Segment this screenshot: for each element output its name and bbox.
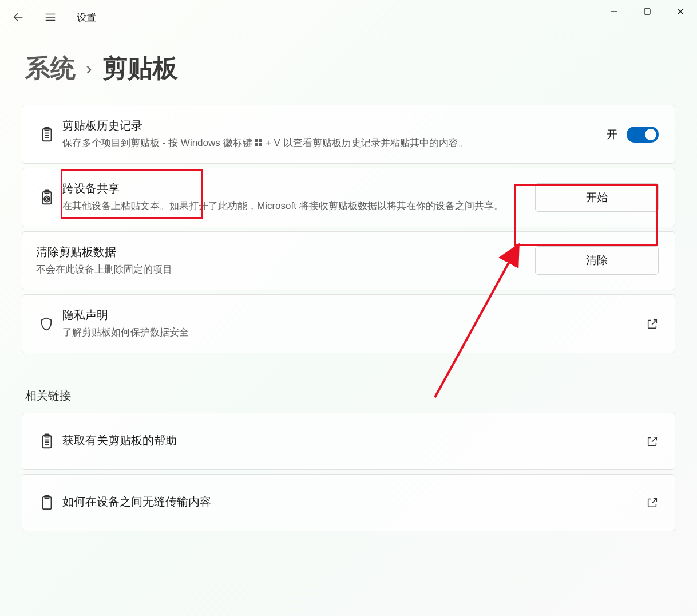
- chevron-right-icon: ›: [86, 58, 92, 79]
- transfer-link-text: 如何在设备之间无缝传输内容: [62, 494, 646, 512]
- clipboard-blank-icon: [38, 494, 62, 511]
- clear-control: 清除: [535, 246, 659, 275]
- clear-clipboard-card: 清除剪贴板数据 不会在此设备上删除固定的项目 清除: [22, 231, 675, 290]
- svg-line-29: [652, 499, 656, 503]
- arrow-left-icon: [12, 11, 25, 23]
- clipboard-sync-icon: [38, 189, 62, 206]
- sync-start-button[interactable]: 开始: [535, 183, 659, 212]
- clear-text: 清除剪贴板数据 不会在此设备上删除固定的项目: [36, 244, 535, 277]
- transfer-link-card[interactable]: 如何在设备之间无缝传输内容: [22, 474, 675, 531]
- sync-control: 开始: [535, 183, 659, 212]
- nav-menu-button[interactable]: [37, 3, 64, 31]
- svg-rect-13: [255, 139, 258, 142]
- maximize-button[interactable]: [631, 0, 664, 23]
- svg-rect-16: [259, 143, 262, 146]
- help-link-title: 获取有关剪贴板的帮助: [62, 433, 638, 448]
- clear-title: 清除剪贴板数据: [36, 244, 527, 260]
- minimize-button[interactable]: [597, 0, 631, 23]
- window-controls: [597, 0, 697, 23]
- privacy-title: 隐私声明: [62, 307, 638, 323]
- svg-rect-14: [259, 139, 262, 142]
- breadcrumb-parent[interactable]: 系统: [25, 52, 76, 85]
- privacy-statement-card[interactable]: 隐私声明 了解剪贴板如何保护数据安全: [22, 294, 675, 353]
- sync-title: 跨设备共享: [62, 181, 527, 196]
- breadcrumb-current: 剪贴板: [102, 52, 178, 85]
- svg-rect-15: [255, 143, 258, 146]
- external-link-icon: [646, 496, 659, 509]
- close-icon: [676, 7, 684, 15]
- external-link-icon: [646, 318, 659, 330]
- content-area: 剪贴板历史记录 保存多个项目到剪贴板 - 按 Windows 徽标键 + V 以…: [0, 105, 697, 531]
- windows-logo-icon: [255, 139, 263, 147]
- clear-button[interactable]: 清除: [535, 246, 659, 275]
- breadcrumb: 系统 › 剪贴板: [0, 34, 697, 105]
- clipboard-history-desc: 保存多个项目到剪贴板 - 按 Windows 徽标键 + V 以查看剪贴板历史记…: [62, 136, 599, 151]
- clipboard-history-title: 剪贴板历史记录: [62, 118, 599, 133]
- privacy-text: 隐私声明 了解剪贴板如何保护数据安全: [62, 307, 646, 340]
- title-bar-left: 设置: [5, 3, 96, 31]
- title-bar: 设置: [0, 0, 697, 34]
- help-link-text: 获取有关剪贴板的帮助: [62, 433, 646, 451]
- svg-rect-5: [644, 9, 650, 14]
- sync-text: 跨设备共享 在其他设备上粘贴文本。如果打开了此功能，Microsoft 将接收剪…: [62, 181, 535, 214]
- svg-line-26: [652, 437, 656, 442]
- app-title: 设置: [77, 11, 96, 24]
- clipboard-history-toggle[interactable]: [627, 127, 659, 143]
- minimize-icon: [610, 7, 618, 15]
- clipboard-history-control: 开: [607, 127, 659, 143]
- clipboard-history-card: 剪贴板历史记录 保存多个项目到剪贴板 - 按 Windows 徽标键 + V 以…: [22, 105, 675, 164]
- clipboard-history-text: 剪贴板历史记录 保存多个项目到剪贴板 - 按 Windows 徽标键 + V 以…: [62, 118, 607, 151]
- sync-across-devices-card: 跨设备共享 在其他设备上粘贴文本。如果打开了此功能，Microsoft 将接收剪…: [22, 168, 675, 227]
- clipboard-icon: [38, 433, 62, 450]
- maximize-icon: [643, 7, 651, 15]
- external-link-icon: [646, 435, 659, 448]
- clear-desc: 不会在此设备上删除固定的项目: [36, 262, 527, 277]
- privacy-desc: 了解剪贴板如何保护数据安全: [62, 325, 638, 340]
- help-link-card[interactable]: 获取有关剪贴板的帮助: [22, 413, 675, 470]
- back-button[interactable]: [5, 3, 32, 31]
- toggle-state-label: 开: [607, 127, 617, 142]
- shield-icon: [38, 316, 62, 332]
- svg-line-20: [652, 319, 656, 324]
- transfer-link-title: 如何在设备之间无缝传输内容: [62, 494, 638, 510]
- clipboard-icon: [38, 126, 62, 143]
- related-links-header: 相关链接: [22, 357, 675, 413]
- hamburger-icon: [44, 11, 57, 23]
- sync-desc: 在其他设备上粘贴文本。如果打开了此功能，Microsoft 将接收剪贴板数据以将…: [62, 199, 527, 214]
- close-button[interactable]: [664, 0, 697, 23]
